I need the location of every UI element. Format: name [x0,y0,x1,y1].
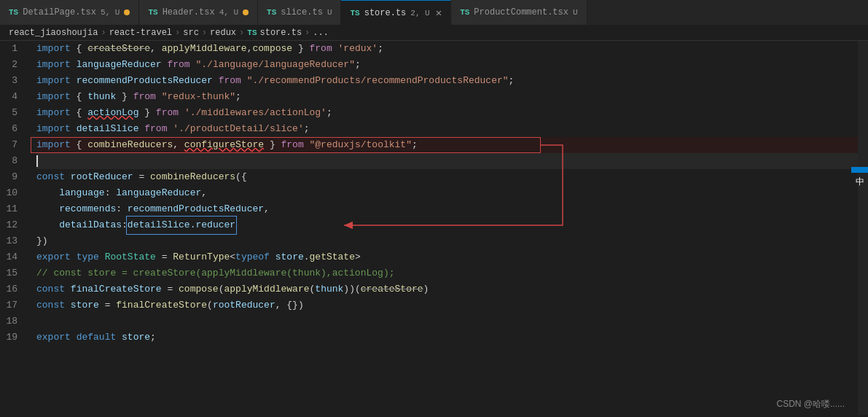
breadcrumb-part: react_jiaoshoujia [9,28,98,38]
code-editor-content[interactable]: import { createStore, applyMiddleware,co… [31,41,858,415]
line-num-1: 1 [0,41,23,57]
editor: 1 2 3 4 5 6 7 8 9 10 11 12 13 14 15 16 1… [0,41,868,415]
breadcrumb-part: redux [210,28,236,38]
ts-icon-breadcrumb: TS [247,28,257,37]
breadcrumb-part: store.ts [259,28,302,38]
code-line-15: // const store = createStore(applyMiddle… [36,265,858,281]
line-num-17: 17 [0,297,23,313]
code-line-3: import recommendProductsReducer from "./… [36,73,858,89]
tab-slice[interactable]: TS slice.ts U [258,0,341,25]
tab-label: ProductComment.tsx [474,7,568,17]
line-num-18: 18 [0,313,23,330]
code-line-19: export default store; [36,330,858,346]
language-badge[interactable]: 中 [851,167,868,173]
tab-header[interactable]: TS Header.tsx 4, U [139,0,258,25]
line-numbers: 1 2 3 4 5 6 7 8 9 10 11 12 13 14 15 16 1… [0,41,31,415]
tab-badge: U [327,8,332,17]
code-line-13: }) [36,233,858,249]
ts-icon: TS [267,8,276,17]
code-line-9: const rootReducer = combineReducers({ [36,169,858,185]
modified-dot [243,9,249,15]
code-line-1: import { createStore, applyMiddleware,co… [36,41,858,57]
modified-dot [124,9,130,15]
line-num-13: 13 [0,233,23,249]
breadcrumb-sep: › [305,28,310,38]
line-num-11: 11 [0,201,23,217]
breadcrumb-part: ... [313,28,329,38]
tab-label: store.ts [364,8,407,18]
tab-label: slice.ts [281,7,323,17]
code-line-7: import { combineReducers, configureStore… [36,137,858,153]
line-num-19: 19 [0,330,23,346]
line-num-4: 4 [0,89,23,105]
code-line-18 [36,313,858,330]
code-line-6: import detailSlice from './productDetail… [36,121,858,137]
line-num-3: 3 [0,73,23,89]
code-line-10: language: languageReducer, [36,185,858,201]
code-line-2: import languageReducer from "./language/… [36,57,858,73]
breadcrumb-sep: › [101,28,106,38]
code-line-11: recommends: recommendProductsReducer, [36,201,858,217]
line-num-8: 8 [0,153,23,169]
code-line-16: const finalCreateStore = compose(applyMi… [36,281,858,297]
breadcrumb: react_jiaoshoujia › react-travel › src ›… [0,26,868,41]
breadcrumb-sep: › [202,28,207,38]
code-line-14: export type RootState = ReturnType<typeo… [36,249,858,265]
tab-badge: U [573,8,578,17]
line-num-10: 10 [0,185,23,201]
breadcrumb-part: src [183,28,199,38]
tab-detailpage[interactable]: TS DetailPage.tsx 5, U [0,0,139,25]
line-num-14: 14 [0,249,23,265]
line-num-2: 2 [0,57,23,73]
line-num-15: 15 [0,265,23,281]
code-line-4: import { thunk } from "redux-thunk"; [36,89,858,105]
breadcrumb-sep: › [239,28,244,38]
tab-label: Header.tsx [163,7,215,17]
line-num-6: 6 [0,121,23,137]
scrollbar[interactable] [858,41,868,415]
breadcrumb-sep: › [175,28,180,38]
ts-icon: TS [350,9,359,17]
line-num-16: 16 [0,281,23,297]
tab-close-button[interactable]: ✕ [436,7,442,19]
line-num-5: 5 [0,105,23,121]
watermark: CSDN @哈喽...... [776,396,845,412]
line-num-7: 7 [0,137,23,153]
code-line-8 [36,153,858,169]
tab-badge: 2, U [410,9,429,17]
tab-store[interactable]: TS store.ts 2, U ✕ [341,0,451,25]
ts-icon: TS [148,8,157,17]
breadcrumb-part: react-travel [109,28,172,38]
tab-bar: TS DetailPage.tsx 5, U TS Header.tsx 4, … [0,0,868,26]
tab-productcomment[interactable]: TS ProductComment.tsx U [451,0,587,25]
ts-icon: TS [9,8,18,17]
line-num-12: 12 [0,217,23,233]
tab-badge: 5, U [101,8,120,17]
tab-badge: 4, U [219,8,238,17]
code-line-17: const store = finalCreateStore(rootReduc… [36,297,858,313]
ts-icon: TS [460,8,469,17]
code-line-12: detailDatas:detailSlice.reducer [36,217,858,233]
line-num-9: 9 [0,169,23,185]
tab-label: DetailPage.tsx [23,7,96,17]
code-line-5: import { actionLog } from './middlewares… [36,105,858,121]
